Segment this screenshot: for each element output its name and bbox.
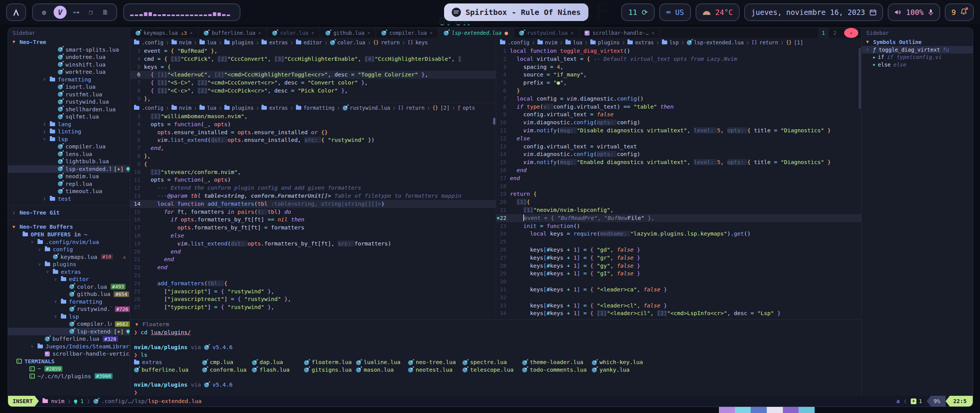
keyboard-layout-widget[interactable]: ⌨ US [659,3,691,21]
close-all-button[interactable]: ✕ [844,28,858,38]
tree-row[interactable]: compiler.lua#682 [8,320,130,328]
ls-entry[interactable]: flash.lua [252,366,304,374]
code-line[interactable]: 3 spacing = 4, [496,63,861,71]
tree-row[interactable]: ❯TERMINALS [8,358,130,365]
tree-row[interactable]: winshift.lua [8,61,130,68]
music-player-widget[interactable]: Spiritbox - Rule Of Nines [444,3,588,21]
breadcrumb-item[interactable]: plugins [224,39,254,46]
code-line[interactable]: 16 if opts.formatters_by_ft[ft] == nil t… [130,216,496,224]
ls-entry[interactable]: which-key.lua [592,359,649,366]
code-line[interactable]: 9{ [130,160,496,168]
breadcrumb-item[interactable]: lua [199,105,216,111]
code-line[interactable]: 23 [130,272,496,280]
code-line[interactable]: 5keys = { [130,63,496,71]
code-line[interactable]: 27 keys[#keys + 1] = { "gr", false } [496,254,861,262]
code-line[interactable]: 3 [1]"williamboman/mason.nvim", [130,112,496,120]
breadcrumb-item[interactable]: ƒopts [457,105,475,111]
code-line[interactable]: 7 { [1]"<S-C>", [2]"<cmd>CccConvert<cr>"… [130,79,496,87]
tree-row[interactable]: ∨config [8,246,130,254]
workspace-V[interactable]: V [54,6,67,19]
ls-entry[interactable]: extras [134,359,202,366]
breadcrumb-item[interactable]: lsp-extended.lua [687,39,744,46]
outline-item-else[interactable]: ◆elseelse [862,61,973,68]
tab-close-icon[interactable]: ✕ [652,30,654,36]
floaterm-chevron-icon[interactable]: ▼ [134,321,139,328]
tree-row[interactable]: rustywind.lua#726 [8,306,130,313]
code-line[interactable]: 11 opts = function(_, opts) [130,176,496,184]
tree-row[interactable]: neodim.lua [8,173,130,180]
section-chevron-icon[interactable]: ▼ [11,224,16,229]
breadcrumb-item[interactable]: nvim [172,39,192,46]
tree-row[interactable]: ∨plugins [8,261,130,268]
code-line[interactable]: 15 vim.notify(msg: "Enabled diagnostics … [496,158,861,166]
tree-chevron-icon[interactable]: ❯ [42,196,47,201]
tree-row[interactable]: ∨.config/nvim/lua [8,238,130,246]
code-line[interactable]: 12 --- Extend the conform plugin config … [130,184,496,192]
tree-chevron-icon[interactable]: ❯ [42,129,47,134]
ls-entry[interactable]: yanky.lua [592,366,649,374]
tree-chevron-icon[interactable]: ∨ [42,137,47,141]
ls-entry[interactable]: conform.lua [202,366,252,374]
code-line[interactable]: 31 keys[#keys + 1] = { "<leader>ca", fal… [496,286,861,294]
ls-entry[interactable]: spectre.lua [462,359,522,366]
tab-close-icon[interactable]: ✕ [430,30,433,36]
outline-item-chevron-icon[interactable]: ∨ [865,47,870,52]
code-line[interactable]: 32 [496,294,861,302]
tree-row[interactable]: ❯test [8,195,130,203]
tree-row[interactable]: compiler.lua [8,143,130,151]
tree-row[interactable]: lsp-extended.lu[+] [8,328,130,335]
tree-row[interactable]: lens.lua [8,150,130,158]
tree-row[interactable]: ❯~#2859 [8,365,130,373]
neotree-section-neo-tree-buffers[interactable]: ▼Neo-Tree Buffers [8,223,130,231]
code-line[interactable]: 13 ---@param tbl table<string, conform.F… [130,192,496,200]
code-line[interactable]: 20 end [130,248,496,256]
code-line[interactable]: 11 vim.notify(msg: "Disable diagnostics … [496,127,861,135]
breadcrumb-item[interactable]: .config [134,105,163,111]
code-line[interactable]: 7 local config = vim.diagnostic.config() [496,95,861,103]
code-line[interactable]: 25 ["javascript"] = { "rustywind" }, [130,288,496,296]
code-line[interactable]: 4cmd = { [1]"CccPick", [2]"CccConvert", … [130,55,496,63]
ls-entry[interactable]: dap.lua [252,359,304,366]
tree-chevron-icon[interactable]: ∨ [53,314,58,319]
tree-row[interactable]: ∨formatting [8,298,130,306]
tree-row[interactable]: lightbulb.lua [8,158,130,166]
tree-row[interactable]: ∨Juegos/Indies/SteamLibrary/st [8,343,130,350]
workspace-browser[interactable]: ◍ [39,7,49,17]
tree-row[interactable]: color.lua#493 [8,283,130,291]
code-line[interactable]: 4 source = "if_many", [496,71,861,79]
code-line[interactable]: 14 vim.diagnostic.config(opts: config) [496,150,861,158]
breadcrumb-item[interactable]: []keys [408,39,428,46]
breadcrumb-item[interactable]: extras [261,39,288,46]
tab-compilerlua[interactable]: compiler.lua✕ [376,28,438,38]
breadcrumb-item[interactable]: lua [565,39,582,46]
tab-rustywindlua[interactable]: rustywind.lua✕ [514,28,579,38]
outline-item-if[interactable]: ◆ifif type(config.vi [862,54,973,61]
ls-entry[interactable]: neotest.lua [408,366,462,374]
code-line[interactable]: 5 opts.ensure_installed = opts.ensure_in… [130,128,496,137]
workspace-notes[interactable]: 🗎 [100,7,110,17]
code-line[interactable]: 8}, [130,152,496,160]
code-line[interactable]: 26 ["javascriptreact"] = { "rustywind" }… [130,295,496,303]
ls-entry[interactable]: theme-loader.lua [522,359,592,366]
tree-row[interactable]: ∨editor [8,276,130,283]
tree-row[interactable]: shellharden.lua [8,106,130,113]
code-line[interactable]: 24 local keys = require(modname: "lazyvi… [496,230,861,238]
ls-entry[interactable]: todo-comments.lua [522,366,592,374]
terminal-link[interactable]: lua/plugins/ [151,329,191,337]
breadcrumb-item[interactable]: nvim [172,105,192,111]
breadcrumb-item[interactable]: plugins [590,39,620,46]
breadcrumb-item[interactable]: lua [199,39,216,46]
tree-row[interactable]: rustywind.lua [8,98,130,106]
code-line[interactable]: 18 else [130,232,496,240]
code-line[interactable]: 4 opts = function(_, opts) [130,120,496,128]
tree-chevron-icon[interactable]: ∨ [37,247,42,252]
code-line[interactable]: 23 init = function() [496,222,861,230]
tab-close-icon[interactable]: ✕ [571,30,573,36]
code-line[interactable]: 6 vim.list_extend(dst: opts.ensure_insta… [130,136,496,144]
code-line[interactable]: 24 add_formatters(tbl: { [130,280,496,288]
tree-row[interactable]: ∨extras [8,268,130,276]
code-line[interactable]: 5 prefix = "●", [496,79,861,87]
code-line[interactable]: 1local function toggle_diag_virtext() [496,47,861,55]
tab-page-1[interactable]: 1 [818,28,829,38]
code-line[interactable]: 6 { [1]"<leader>uC", [2]"<cmd>CccHighlig… [130,71,496,79]
